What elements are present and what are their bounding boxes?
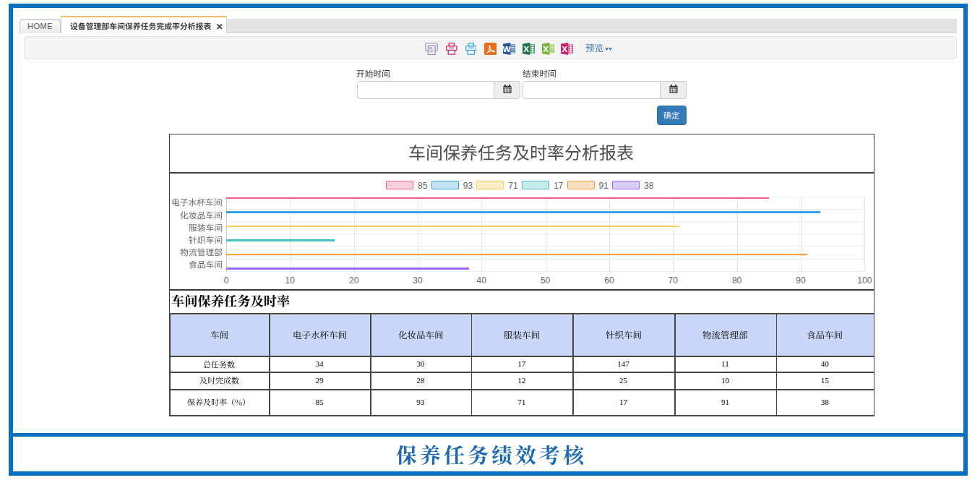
svg-text:PDF: PDF bbox=[449, 47, 455, 50]
svg-text:X: X bbox=[523, 43, 529, 53]
svg-text:X: X bbox=[562, 43, 567, 53]
svg-text:X: X bbox=[543, 43, 549, 53]
svg-text:W: W bbox=[503, 43, 512, 53]
svg-text:PDF: PDF bbox=[468, 47, 474, 50]
